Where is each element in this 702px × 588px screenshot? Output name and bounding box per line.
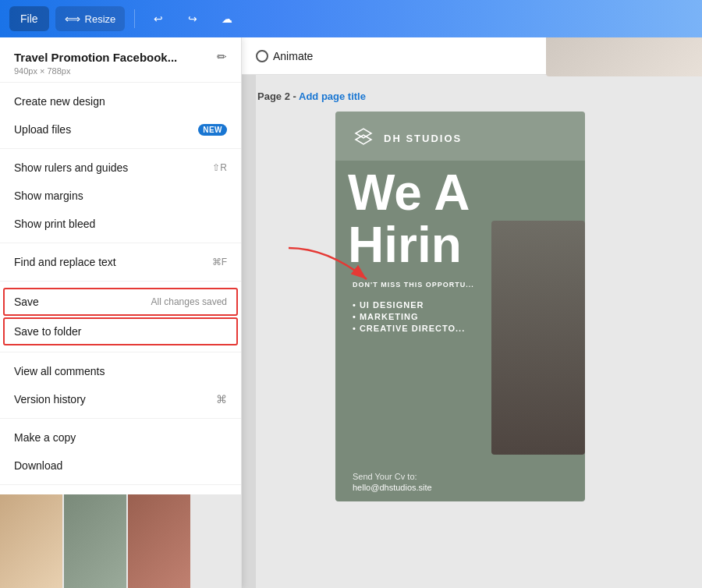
page-thumbnails xyxy=(0,494,242,588)
menu-section-history: View all comments Version history ⌘ xyxy=(0,352,241,419)
file-menu-panel: Travel Promotion Facebook... ✏ 940px × 7… xyxy=(0,37,242,588)
top-strip-partial xyxy=(546,37,702,76)
file-button[interactable]: File xyxy=(9,6,49,31)
upload-files-item[interactable]: Upload files NEW xyxy=(0,115,241,143)
page-number: Page 2 xyxy=(257,90,290,102)
studio-name: DH STUDIOS xyxy=(384,133,462,144)
undo-button[interactable]: ↩ xyxy=(144,6,172,31)
save-label: Save xyxy=(14,296,39,308)
separator: - xyxy=(293,90,299,102)
canvas-area: Animate Page 2 - Add page title xyxy=(242,37,702,588)
version-history-item[interactable]: Version history ⌘ xyxy=(0,385,241,413)
thumbnail-2[interactable] xyxy=(64,494,126,588)
show-print-bleed-label: Show print bleed xyxy=(14,218,95,230)
contact-label: Send Your Cv to: xyxy=(353,472,432,481)
file-size: 940px × 788px xyxy=(14,66,227,76)
animate-circle-icon xyxy=(256,50,268,62)
menu-section-copy: Make a copy Download xyxy=(0,419,241,485)
thumbnail-1[interactable] xyxy=(0,494,62,588)
menu-section-find: Find and replace text ⌘F xyxy=(0,243,241,282)
menu-section-save: Save All changes saved Save to folder xyxy=(0,282,241,352)
thumbnail-3[interactable] xyxy=(128,494,190,588)
add-page-title[interactable]: Add page title xyxy=(299,90,366,102)
resize-label: Resize xyxy=(85,13,116,25)
show-print-bleed-item[interactable]: Show print bleed xyxy=(0,210,241,238)
page-content-area: Page 2 - Add page title DH STUDIOS xyxy=(242,75,702,588)
menu-section-view: Show rulers and guides ⇧R Show margins S… xyxy=(0,149,241,243)
rulers-shortcut: ⇧R xyxy=(212,162,227,173)
edit-icon[interactable]: ✏ xyxy=(217,50,227,64)
file-title-row: Travel Promotion Facebook... ✏ xyxy=(14,50,227,64)
person-silhouette xyxy=(491,221,585,455)
file-title: Travel Promotion Facebook... xyxy=(14,51,211,64)
toolbar: File ⟺ Resize ↩ ↪ ☁ xyxy=(0,0,702,37)
save-to-folder-item[interactable]: Save to folder xyxy=(3,317,238,345)
resize-icon: ⟺ xyxy=(65,12,80,25)
show-margins-label: Show margins xyxy=(14,190,83,202)
upload-new-badge: NEW xyxy=(198,124,227,136)
menu-section-create: Create new design Upload files NEW xyxy=(0,83,241,149)
design-card: DH STUDIOS We AHirin DON'T MISS THIS OPP… xyxy=(335,112,585,501)
contact-section: Send Your Cv to: hello@dhstudios.site xyxy=(335,462,449,501)
page-label: Page 2 - Add page title xyxy=(257,90,686,102)
save-item[interactable]: Save All changes saved xyxy=(3,288,238,316)
save-to-folder-label: Save to folder xyxy=(14,325,81,338)
cloud-button[interactable]: ☁ xyxy=(213,6,241,31)
redo-icon: ↪ xyxy=(188,12,197,25)
download-label: Download xyxy=(14,459,62,472)
find-replace-item[interactable]: Find and replace text ⌘F xyxy=(0,248,241,276)
undo-icon: ↩ xyxy=(154,12,163,25)
cloud-icon: ☁ xyxy=(222,12,232,25)
make-copy-item[interactable]: Make a copy xyxy=(0,423,241,452)
version-history-label: Version history xyxy=(14,393,86,406)
design-card-header: DH STUDIOS xyxy=(335,112,585,161)
page-navigation-strip xyxy=(242,75,256,588)
file-header: Travel Promotion Facebook... ✏ 940px × 7… xyxy=(0,37,241,83)
resize-button[interactable]: ⟺ Resize xyxy=(55,6,126,31)
make-copy-label: Make a copy xyxy=(14,431,76,444)
download-item[interactable]: Download xyxy=(0,452,241,480)
animate-label: Animate xyxy=(273,50,313,62)
save-status: All changes saved xyxy=(151,296,227,307)
redo-button[interactable]: ↪ xyxy=(179,6,207,31)
version-icon: ⌘ xyxy=(216,393,227,406)
animate-button[interactable]: Animate xyxy=(256,50,313,62)
dh-logo-icon xyxy=(353,126,374,151)
show-rulers-item[interactable]: Show rulers and guides ⇧R xyxy=(0,154,241,182)
create-new-design-item[interactable]: Create new design xyxy=(0,87,241,115)
main-layout: Travel Promotion Facebook... ✏ 940px × 7… xyxy=(0,37,702,588)
contact-email: hello@dhstudios.site xyxy=(353,483,432,492)
toolbar-divider xyxy=(134,9,135,28)
upload-files-label: Upload files xyxy=(14,123,71,136)
view-comments-label: View all comments xyxy=(14,365,105,377)
find-replace-label: Find and replace text xyxy=(14,256,116,268)
view-comments-item[interactable]: View all comments xyxy=(0,357,241,385)
create-new-design-label: Create new design xyxy=(14,95,105,108)
show-margins-item[interactable]: Show margins xyxy=(0,182,241,210)
find-shortcut: ⌘F xyxy=(212,257,227,267)
show-rulers-label: Show rulers and guides xyxy=(14,161,128,174)
